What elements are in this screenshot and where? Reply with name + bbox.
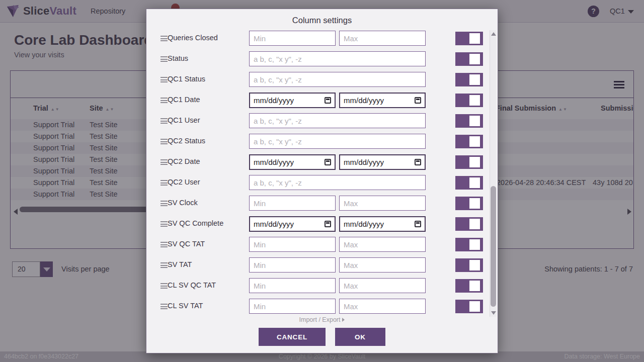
column-visibility-toggle[interactable] — [455, 135, 483, 148]
date-to-input[interactable]: mm/dd/yyyy — [339, 93, 426, 108]
cancel-button[interactable]: CANCEL — [259, 328, 326, 346]
column-visibility-toggle[interactable] — [455, 94, 483, 107]
column-visibility-toggle[interactable] — [455, 155, 483, 169]
drag-handle-icon[interactable] — [160, 201, 168, 206]
calendar-icon[interactable] — [325, 159, 331, 165]
column-setting-row: QC2 Datemm/dd/yyyymm/dd/yyyy — [146, 152, 491, 172]
filter-inputs — [249, 299, 426, 314]
min-input[interactable] — [249, 278, 336, 293]
filter-inputs — [249, 51, 426, 66]
max-input[interactable] — [339, 257, 426, 273]
max-input[interactable] — [339, 237, 426, 252]
toggle-knob — [469, 157, 480, 167]
toggle-knob — [469, 239, 480, 250]
scroll-down-icon[interactable] — [491, 311, 496, 315]
column-setting-row: SV Clock — [146, 193, 491, 214]
column-label: CL SV TAT — [168, 302, 203, 310]
column-setting-row: QC1 Datemm/dd/yyyymm/dd/yyyy — [146, 90, 491, 111]
drag-handle-icon[interactable] — [160, 159, 168, 165]
column-visibility-toggle[interactable] — [455, 114, 483, 128]
column-visibility-toggle[interactable] — [455, 258, 483, 272]
column-visibility-toggle[interactable] — [455, 217, 483, 231]
column-label: Queries Closed — [168, 34, 218, 42]
date-from-input[interactable]: mm/dd/yyyy — [249, 93, 336, 108]
date-to-input[interactable]: mm/dd/yyyy — [339, 216, 426, 232]
column-visibility-toggle[interactable] — [455, 238, 483, 251]
filter-inputs — [249, 237, 426, 252]
column-visibility-toggle[interactable] — [455, 197, 483, 210]
column-label: QC2 Status — [168, 137, 205, 145]
drag-handle-icon[interactable] — [160, 180, 168, 186]
column-settings-list: Queries ClosedStatusQC1 StatusQC1 Datemm… — [146, 28, 491, 318]
filter-inputs — [249, 72, 426, 87]
modal-scrollbar[interactable] — [490, 30, 496, 317]
toggle-knob — [469, 219, 480, 229]
min-input[interactable] — [249, 196, 336, 211]
ok-button[interactable]: OK — [335, 328, 385, 346]
column-label: QC1 Status — [168, 75, 205, 83]
drag-handle-icon[interactable] — [160, 262, 168, 268]
min-input[interactable] — [249, 237, 336, 252]
drag-handle-icon[interactable] — [160, 36, 168, 41]
column-label: QC1 Date — [168, 96, 200, 104]
drag-handle-icon[interactable] — [160, 139, 168, 144]
toggle-knob — [469, 33, 480, 44]
drag-handle-icon[interactable] — [160, 304, 168, 309]
filter-inputs: mm/dd/yyyymm/dd/yyyy — [249, 216, 426, 232]
drag-handle-icon[interactable] — [160, 56, 168, 62]
calendar-icon[interactable] — [415, 221, 421, 227]
max-input[interactable] — [339, 299, 426, 314]
min-input[interactable] — [249, 257, 336, 273]
calendar-icon[interactable] — [415, 97, 421, 104]
column-setting-row: QC1 Status — [146, 69, 491, 90]
drag-handle-icon[interactable] — [160, 77, 168, 82]
drag-handle-icon[interactable] — [160, 221, 168, 227]
drag-handle-icon[interactable] — [160, 98, 168, 103]
column-visibility-toggle[interactable] — [455, 300, 483, 313]
text-filter-input[interactable] — [249, 134, 426, 149]
filter-inputs — [249, 31, 426, 46]
column-label: Status — [168, 54, 188, 62]
text-filter-input[interactable] — [249, 113, 426, 128]
toggle-knob — [469, 95, 480, 106]
date-from-input[interactable]: mm/dd/yyyy — [249, 154, 336, 170]
filter-inputs — [249, 196, 426, 211]
filter-inputs — [249, 257, 426, 273]
column-visibility-toggle[interactable] — [455, 73, 483, 86]
max-input[interactable] — [339, 31, 426, 46]
min-input[interactable] — [249, 31, 336, 46]
column-visibility-toggle[interactable] — [455, 176, 483, 190]
column-visibility-toggle[interactable] — [455, 52, 483, 66]
column-setting-row: CL SV TAT — [146, 296, 491, 317]
column-setting-row: SV QC Completemm/dd/yyyymm/dd/yyyy — [146, 214, 491, 234]
text-filter-input[interactable] — [249, 175, 426, 190]
import-export-link[interactable]: Import / Export — [146, 316, 498, 323]
modal-scrollbar-thumb[interactable] — [491, 186, 496, 307]
column-setting-row: QC1 User — [146, 111, 491, 131]
drag-handle-icon[interactable] — [160, 283, 168, 289]
toggle-knob — [469, 74, 480, 85]
max-input[interactable] — [339, 196, 426, 211]
drag-handle-icon[interactable] — [160, 118, 168, 124]
calendar-icon[interactable] — [325, 221, 331, 227]
calendar-icon[interactable] — [325, 97, 331, 104]
column-label: SV QC TAT — [168, 240, 205, 248]
scroll-up-icon[interactable] — [491, 32, 496, 36]
date-to-input[interactable]: mm/dd/yyyy — [339, 154, 426, 170]
drag-handle-icon[interactable] — [160, 242, 168, 247]
toggle-knob — [469, 54, 480, 64]
max-input[interactable] — [339, 278, 426, 293]
column-label: CL SV QC TAT — [168, 281, 216, 289]
min-input[interactable] — [249, 299, 336, 314]
filter-inputs: mm/dd/yyyymm/dd/yyyy — [249, 93, 426, 108]
date-value: mm/dd/yyyy — [344, 158, 415, 166]
toggle-knob — [469, 177, 480, 188]
calendar-icon[interactable] — [415, 159, 421, 165]
text-filter-input[interactable] — [249, 51, 426, 66]
text-filter-input[interactable] — [249, 72, 426, 87]
date-from-input[interactable]: mm/dd/yyyy — [249, 216, 336, 232]
date-value: mm/dd/yyyy — [254, 96, 325, 105]
column-visibility-toggle[interactable] — [455, 279, 483, 293]
column-visibility-toggle[interactable] — [455, 32, 483, 45]
modal-title: Column settings — [146, 16, 498, 25]
